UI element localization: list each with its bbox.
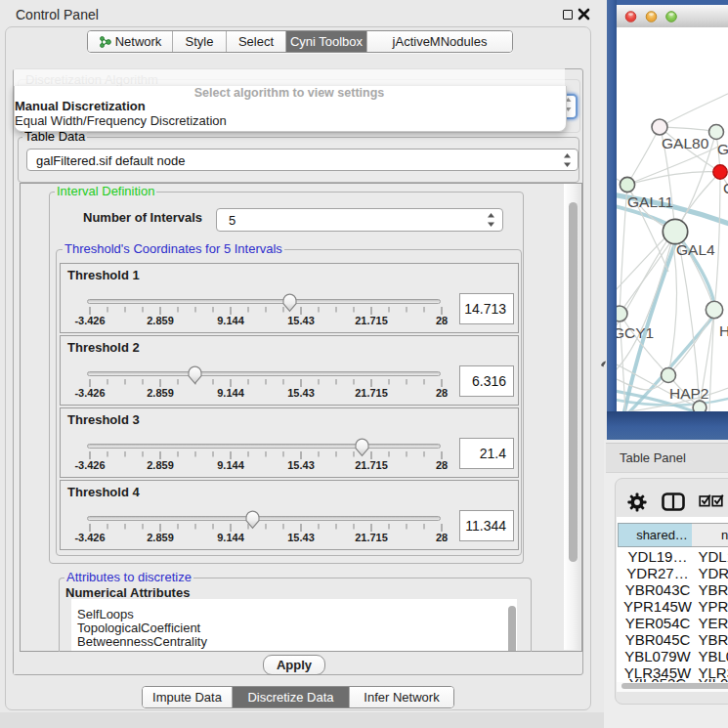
svg-text:GA: GA xyxy=(717,141,728,157)
svg-text:GAL80: GAL80 xyxy=(662,135,709,151)
svg-text:GAL4: GAL4 xyxy=(676,241,715,258)
svg-text:HAP2: HAP2 xyxy=(669,385,709,402)
svg-text:GAL11: GAL11 xyxy=(627,193,673,210)
svg-text:GCY1: GCY1 xyxy=(617,324,654,341)
svg-text:H: H xyxy=(719,322,728,339)
svg-text:C: C xyxy=(723,180,728,196)
